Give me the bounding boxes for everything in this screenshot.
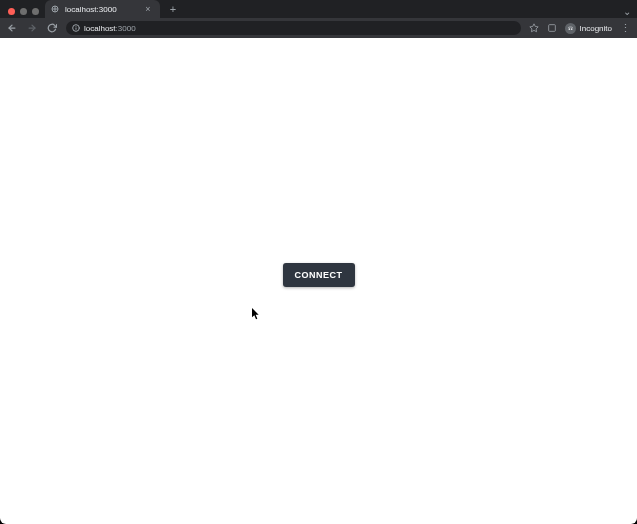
browser-menu-icon[interactable]: ⋮ <box>620 23 631 34</box>
tab-close-icon[interactable]: × <box>144 5 152 13</box>
profile-chip[interactable]: Incognito <box>565 23 612 34</box>
reload-button[interactable] <box>46 22 58 34</box>
svg-point-7 <box>570 28 572 30</box>
window-dropdown-icon[interactable]: ⌄ <box>623 6 631 17</box>
back-button[interactable] <box>6 22 18 34</box>
connect-button[interactable]: CONNECT <box>283 263 355 287</box>
mac-dot-grey <box>20 8 27 15</box>
forward-button[interactable] <box>26 22 38 34</box>
mac-dot-red <box>8 8 15 15</box>
tab-strip: localhost:3000 × + <box>0 0 637 18</box>
address-host: localhost <box>84 24 116 33</box>
svg-rect-5 <box>548 25 555 32</box>
browser-tab[interactable]: localhost:3000 × <box>45 0 160 18</box>
incognito-avatar-icon <box>565 23 576 34</box>
address-bar[interactable]: localhost:3000 <box>66 21 521 35</box>
new-tab-button[interactable]: + <box>164 0 182 18</box>
mac-traffic-lights <box>8 8 39 15</box>
svg-marker-4 <box>529 24 537 32</box>
extensions-icon[interactable] <box>547 23 557 33</box>
mac-dot-grey <box>32 8 39 15</box>
bookmark-star-icon[interactable] <box>529 23 539 33</box>
profile-label: Incognito <box>580 24 612 33</box>
page-viewport: CONNECT <box>0 38 637 524</box>
tab-favicon-icon <box>51 5 59 13</box>
tab-title: localhost:3000 <box>65 5 138 14</box>
address-port: :3000 <box>116 24 136 33</box>
site-info-icon[interactable] <box>72 24 80 32</box>
svg-point-6 <box>568 28 570 30</box>
address-text: localhost:3000 <box>84 24 136 33</box>
browser-toolbar: localhost:3000 Incognito ⋮ <box>0 18 637 38</box>
